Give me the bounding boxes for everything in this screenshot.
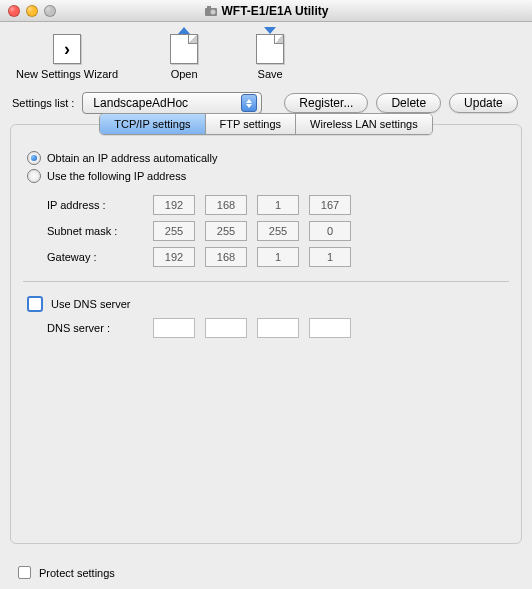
zoom-window-button[interactable] <box>44 5 56 17</box>
delete-button[interactable]: Delete <box>376 93 441 113</box>
dns-octet-3[interactable] <box>257 318 299 338</box>
chevron-right-icon: › <box>64 39 70 60</box>
gateway-octet-4[interactable]: 1 <box>309 247 351 267</box>
new-settings-wizard-button[interactable]: › New Settings Wizard <box>16 32 118 80</box>
window-title-text: WFT-E1/E1A Utility <box>222 4 329 18</box>
radio-label: Use the following IP address <box>47 170 186 182</box>
radio-manual-ip[interactable]: Use the following IP address <box>27 169 509 183</box>
open-button[interactable]: Open <box>164 32 204 80</box>
tab-label: Wireless LAN settings <box>310 118 418 130</box>
minimize-window-button[interactable] <box>26 5 38 17</box>
radio-label: Obtain an IP address automatically <box>47 152 217 164</box>
radio-icon <box>27 151 41 165</box>
subnet-octet-4[interactable]: 0 <box>309 221 351 241</box>
svg-point-2 <box>210 9 215 14</box>
arrow-down-icon <box>264 27 276 34</box>
subnet-label: Subnet mask : <box>47 225 143 237</box>
separator <box>23 281 509 282</box>
update-button[interactable]: Update <box>449 93 518 113</box>
toolbar-label: New Settings Wizard <box>16 68 118 80</box>
protect-settings-checkbox[interactable]: Protect settings <box>18 566 115 579</box>
dns-octet-4[interactable] <box>309 318 351 338</box>
dns-octet-2[interactable] <box>205 318 247 338</box>
tab-label: FTP settings <box>220 118 282 130</box>
ip-octet-4[interactable]: 167 <box>309 195 351 215</box>
radio-icon <box>27 169 41 183</box>
svg-rect-1 <box>207 6 211 9</box>
gateway-octet-2[interactable]: 168 <box>205 247 247 267</box>
gateway-octet-1[interactable]: 192 <box>153 247 195 267</box>
close-window-button[interactable] <box>8 5 20 17</box>
arrow-up-icon <box>178 27 190 34</box>
protect-label: Protect settings <box>39 567 115 579</box>
window-controls <box>0 5 56 17</box>
save-button[interactable]: Save <box>250 32 290 80</box>
dns-octet-1[interactable] <box>153 318 195 338</box>
subnet-octet-3[interactable]: 255 <box>257 221 299 241</box>
settings-panel: TCP/IP settings FTP settings Wireless LA… <box>10 124 522 544</box>
tab-bar: TCP/IP settings FTP settings Wireless LA… <box>23 113 509 135</box>
app-icon <box>204 5 218 17</box>
checkbox-icon <box>18 566 31 579</box>
register-button[interactable]: Register... <box>284 93 368 113</box>
gateway-octet-3[interactable]: 1 <box>257 247 299 267</box>
tab-tcpip[interactable]: TCP/IP settings <box>100 114 205 134</box>
register-label: Register... <box>299 96 353 110</box>
toolbar: › New Settings Wizard Open Save <box>0 22 532 86</box>
update-label: Update <box>464 96 503 110</box>
ip-address-label: IP address : <box>47 199 143 211</box>
tab-ftp[interactable]: FTP settings <box>206 114 297 134</box>
footer: Protect settings <box>0 554 532 589</box>
dns-label: DNS server : <box>47 322 143 334</box>
svg-rect-0 <box>205 8 217 16</box>
radio-auto-ip[interactable]: Obtain an IP address automatically <box>27 151 509 165</box>
ip-octet-1[interactable]: 192 <box>153 195 195 215</box>
ip-octet-2[interactable]: 168 <box>205 195 247 215</box>
subnet-octet-2[interactable]: 255 <box>205 221 247 241</box>
gateway-label: Gateway : <box>47 251 143 263</box>
toolbar-label: Open <box>171 68 198 80</box>
settings-list-label: Settings list : <box>12 97 74 109</box>
checkbox-icon <box>27 296 43 312</box>
tab-wlan[interactable]: Wireless LAN settings <box>296 114 432 134</box>
window-titlebar: WFT-E1/E1A Utility <box>0 0 532 22</box>
settings-list-value: LandscapeAdHoc <box>93 96 188 110</box>
use-dns-checkbox[interactable]: Use DNS server <box>27 296 509 312</box>
delete-label: Delete <box>391 96 426 110</box>
tab-label: TCP/IP settings <box>114 118 190 130</box>
select-stepper-icon <box>241 94 257 112</box>
window-title: WFT-E1/E1A Utility <box>0 4 532 18</box>
use-dns-label: Use DNS server <box>51 298 130 310</box>
settings-list-select[interactable]: LandscapeAdHoc <box>82 92 262 114</box>
ip-octet-3[interactable]: 1 <box>257 195 299 215</box>
subnet-octet-1[interactable]: 255 <box>153 221 195 241</box>
ip-fields: IP address : 192 168 1 167 Subnet mask :… <box>47 195 509 267</box>
toolbar-label: Save <box>258 68 283 80</box>
